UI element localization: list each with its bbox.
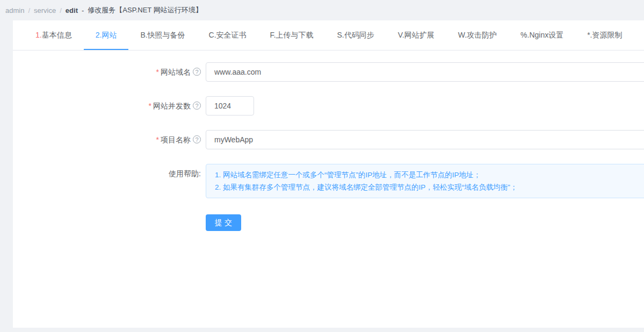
tab-upload-download[interactable]: F.上传与下载 (258, 20, 325, 50)
required-asterisk: * (156, 68, 159, 76)
breadcrumb-item-service[interactable]: service (34, 6, 56, 15)
question-icon[interactable]: ? (193, 135, 201, 143)
page-title: 修改服务【ASP.NET 网站运行环境】 (88, 5, 202, 15)
content-card: 1.基本信息 2.网站 B.快照与备份 C.安全证书 F.上传与下载 S.代码同… (13, 20, 644, 328)
tab-attack-protect[interactable]: W.攻击防护 (446, 20, 509, 50)
usage-help-box: 1. 网站域名需绑定任意一个或多个“管理节点”的IP地址，而不是工作节点的IP地… (206, 164, 644, 198)
tab-nginx-settings[interactable]: %.Nginx设置 (509, 20, 575, 50)
submit-button[interactable]: 提 交 (206, 214, 241, 231)
tab-basic-info[interactable]: 1.基本信息 (24, 20, 84, 50)
breadcrumb: admin / service / edit - 修改服务【ASP.NET 网站… (0, 0, 644, 20)
domain-input[interactable] (206, 62, 644, 82)
tab-ssl-cert[interactable]: C.安全证书 (197, 20, 258, 50)
form-row-help: 使用帮助: 1. 网站域名需绑定任意一个或多个“管理节点”的IP地址，而不是工作… (13, 164, 644, 198)
help-label: 使用帮助: (13, 164, 201, 183)
form-row-project-name: *项目名称? (13, 130, 644, 149)
question-icon[interactable]: ? (193, 68, 201, 76)
tab-snapshot-backup[interactable]: B.快照与备份 (128, 20, 197, 50)
breadcrumb-separator: / (28, 6, 30, 15)
tab-resource-limit[interactable]: *.资源限制 (575, 20, 634, 50)
tab-code-sync[interactable]: S.代码同步 (325, 20, 386, 50)
help-line: 1. 网站域名需绑定任意一个或多个“管理节点”的IP地址，而不是工作节点的IP地… (215, 169, 637, 181)
form-row-domain: *网站域名? (13, 62, 644, 82)
breadcrumb-separator: / (60, 6, 62, 15)
tab-website[interactable]: 2.网站 (84, 20, 129, 50)
domain-label: *网站域名? (13, 62, 201, 82)
project-name-label: *项目名称? (13, 130, 201, 149)
submit-row: 提 交 (206, 214, 644, 231)
project-name-input[interactable] (206, 130, 644, 149)
concurrency-input[interactable] (206, 96, 254, 116)
question-icon[interactable]: ? (193, 102, 201, 110)
breadcrumb-item-admin[interactable]: admin (5, 6, 24, 15)
edit-service-form: *网站域名? *网站并发数? *项目名称? 使用帮助: (13, 50, 644, 231)
concurrency-label: *网站并发数? (13, 96, 201, 116)
tab-bar: 1.基本信息 2.网站 B.快照与备份 C.安全证书 F.上传与下载 S.代码同… (13, 20, 644, 50)
tab-site-extend[interactable]: V.网站扩展 (386, 20, 446, 50)
tab-other-settings[interactable]: !.其它设置 (634, 20, 644, 50)
breadcrumb-dash: - (82, 6, 84, 15)
required-asterisk: * (156, 135, 159, 144)
form-row-concurrency: *网站并发数? (13, 96, 644, 116)
help-line: 2. 如果有集群存多个管理节点，建议将域名绑定全部管理节点的IP，轻松实现“域名… (215, 181, 637, 193)
breadcrumb-item-edit[interactable]: edit (66, 6, 78, 15)
required-asterisk: * (149, 102, 151, 110)
